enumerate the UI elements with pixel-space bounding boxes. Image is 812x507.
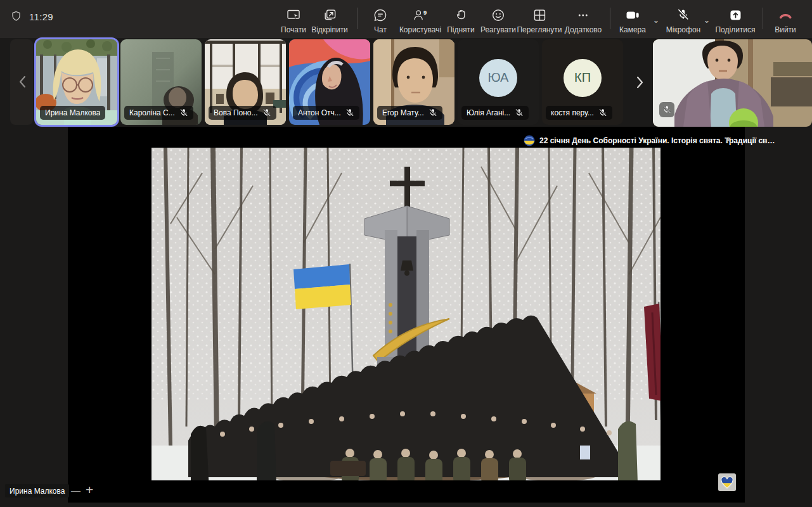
meeting-toolbar: 11:29 Почати Відкріпити Чат 9 Корис (0, 0, 812, 38)
participant-name: Кароліна С... (129, 108, 175, 117)
react-smiley-icon (490, 7, 506, 23)
button-label: Переглянути (517, 25, 562, 34)
present-screen-icon (285, 7, 302, 23)
presenter-label: Ирина Малкова (5, 484, 69, 497)
button-label: Підняти (447, 25, 475, 34)
participant-name-pill: Кароліна С... (124, 106, 193, 120)
mic-muted-icon (429, 108, 437, 117)
mic-muted-icon (598, 108, 607, 117)
participant-name: Егор Мату... (382, 108, 424, 117)
participant-tile[interactable]: Антон Отч... (289, 39, 370, 125)
chat-icon (372, 7, 389, 23)
start-button[interactable]: Почати (281, 7, 306, 34)
react-button[interactable]: Реагувати (480, 7, 516, 34)
button-label: Камера (619, 25, 646, 34)
participant-name: Юлія Агані... (467, 108, 510, 117)
ukraine-globe-icon (524, 135, 535, 146)
participant-tile[interactable]: Кароліна С... (120, 39, 202, 125)
zoom-in-button[interactable]: + (86, 482, 93, 497)
participant-tile[interactable]: КП костя перу... (542, 39, 623, 125)
gallery-view-icon (531, 7, 548, 23)
button-label: Мікрофон (666, 25, 700, 34)
avatar: КП (564, 59, 602, 97)
participant-name-pill: Юлія Агані... (461, 106, 529, 120)
meeting-window: 11:29 Почати Відкріпити Чат 9 Корис (0, 0, 812, 507)
participant-name: костя перу... (551, 108, 594, 117)
participant-name-pill: Ирина Малкова (40, 106, 105, 120)
more-button[interactable]: Додатково (565, 7, 602, 34)
participant-strip: Ирина Малкова Кароліна С... (0, 38, 812, 127)
raise-hand-button[interactable]: Підняти (447, 7, 475, 34)
avatar: ЮА (479, 59, 517, 97)
participant-name-pill: костя перу... (546, 106, 612, 120)
presentation-heart-logo (718, 473, 736, 491)
scroll-left-chevron-icon[interactable] (16, 74, 29, 89)
meeting-time: 11:29 (29, 11, 53, 22)
mic-muted-indicator (659, 102, 674, 117)
participant-name: Вова Поно... (214, 108, 258, 117)
mic-muted-icon (345, 108, 354, 117)
scroll-right-chevron-icon[interactable] (633, 75, 646, 90)
pinned-video-tile[interactable] (653, 39, 812, 127)
camera-options-chevron[interactable]: ⌄ (653, 15, 660, 25)
toolbar-separator (763, 8, 763, 29)
button-label: Почати (281, 25, 306, 34)
button-label: Додатково (565, 25, 602, 34)
mic-muted-icon (262, 108, 271, 117)
raise-hand-icon (453, 7, 469, 23)
button-label: Чат (374, 25, 387, 34)
shared-content-title: 22 січня День Соборності України. Історі… (539, 136, 775, 145)
button-label: Користувачі (399, 25, 441, 34)
participant-tile[interactable]: Вова Поно... (205, 39, 286, 125)
participant-name: Ирина Малкова (45, 108, 100, 117)
share-screen-icon (727, 7, 744, 23)
participant-name: Антон Отч... (298, 108, 341, 117)
more-ellipsis-icon (575, 7, 591, 23)
shield-icon (10, 10, 22, 23)
participant-tile[interactable]: ЮА Юлія Агані... (458, 39, 539, 125)
mic-muted-icon (179, 108, 188, 117)
participants-button[interactable]: 9 Користувачі (399, 7, 441, 34)
button-label: Поділитися (715, 25, 755, 34)
ukraine-heart-icon (720, 476, 734, 489)
people-icon: 9 (412, 7, 429, 23)
view-button[interactable]: Переглянути (517, 7, 562, 34)
unpin-button[interactable]: Відкріпити (311, 7, 348, 34)
zoom-out-button[interactable]: — (71, 485, 81, 496)
leave-button[interactable]: Вийти (775, 7, 796, 34)
button-label: Відкріпити (311, 25, 348, 34)
button-label: Реагувати (480, 25, 516, 34)
unpin-icon (321, 7, 338, 23)
participant-count-badge: 9 (423, 10, 427, 16)
presented-photo (151, 148, 661, 480)
hangup-icon (777, 7, 794, 23)
participant-name-pill: Вова Поно... (209, 106, 276, 120)
participant-tile[interactable]: Ирина Малкова (36, 39, 117, 125)
mic-muted-icon (662, 105, 671, 114)
button-label: Вийти (775, 25, 796, 34)
shared-screen-region: 22 січня День Соборності України. Історі… (68, 127, 745, 503)
participant-tile[interactable]: Егор Мату... (373, 39, 454, 125)
camera-button[interactable]: Камера (619, 7, 646, 34)
toolbar-separator (357, 8, 358, 29)
mic-muted-icon (515, 108, 524, 117)
chat-button[interactable]: Чат (372, 7, 389, 34)
close-icon[interactable]: ✕ (725, 135, 732, 145)
participant-name-pill: Антон Отч... (293, 106, 359, 120)
shared-content-title-bar: 22 січня День Соборності України. Історі… (524, 135, 775, 146)
microphone-options-chevron[interactable]: ⌄ (704, 15, 711, 25)
share-button[interactable]: Поділитися (715, 7, 755, 34)
mic-muted-icon (675, 7, 692, 23)
microphone-button[interactable]: Мікрофон (666, 7, 700, 34)
toolbar-separator (610, 8, 610, 29)
video-feed (653, 39, 812, 127)
clock-area: 11:29 (10, 10, 53, 23)
camera-on-icon (624, 7, 641, 23)
participant-name-pill: Егор Мату... (377, 106, 442, 120)
